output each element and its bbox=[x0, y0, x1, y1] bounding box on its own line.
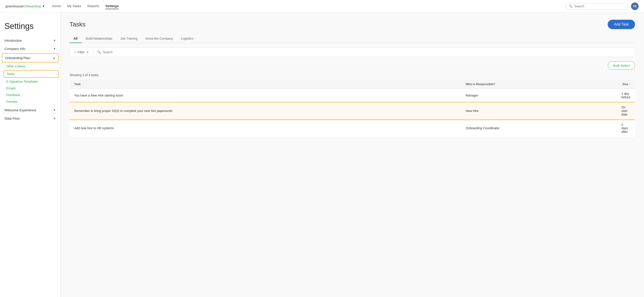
chevron-down-icon: ▼ bbox=[53, 47, 56, 50]
add-task-button[interactable]: Add Task bbox=[608, 20, 635, 29]
top-navigation: greenhouse Onboarding ▼ Home My Tasks Re… bbox=[0, 0, 644, 12]
sort-icon: ↑ bbox=[629, 83, 630, 86]
sidebar-item-company-info[interactable]: Company Info ▼ bbox=[0, 44, 60, 53]
sidebar-item-e-signature-templates[interactable]: E-Signature Templates bbox=[0, 78, 60, 85]
chevron-up-icon: ▲ bbox=[53, 56, 56, 60]
sidebar-item-tasks[interactable]: Tasks bbox=[4, 70, 58, 78]
responsible-cell: Manager bbox=[461, 89, 617, 102]
due-cell: On start date bbox=[617, 102, 635, 120]
nav-right: 🔍 YA bbox=[566, 2, 638, 10]
sidebar: Settings Introduction ▼ Company Info ▼ O… bbox=[0, 12, 60, 297]
responsible-cell: Onboarding Coordinator bbox=[461, 120, 617, 137]
filter-label: Filter bbox=[78, 50, 84, 54]
chevron-down-icon: ▼ bbox=[53, 39, 56, 42]
sidebar-item-company-info-label: Company Info bbox=[4, 47, 25, 51]
tasks-tabs: All Build Relationships Job Training Kno… bbox=[70, 34, 635, 43]
filter-search: 🔍 bbox=[94, 48, 635, 57]
sidebar-item-welcome-experience-label: Welcome Experience bbox=[4, 108, 36, 112]
logo-chevron-icon: ▼ bbox=[42, 5, 45, 8]
nav-home[interactable]: Home bbox=[52, 3, 61, 9]
page-title: Settings bbox=[0, 18, 60, 36]
sidebar-item-introduction[interactable]: Introduction ▼ bbox=[0, 36, 60, 44]
task-cell: Add new hire to HR systems bbox=[70, 120, 462, 137]
bulk-select-button[interactable]: Bulk Select bbox=[608, 61, 635, 70]
logo-greenhouse: greenhouse bbox=[6, 4, 23, 8]
search-icon: 🔍 bbox=[569, 4, 572, 8]
tab-build-relationships[interactable]: Build Relationships bbox=[82, 34, 116, 43]
tab-all[interactable]: All bbox=[70, 34, 82, 43]
sidebar-item-welcome-experience[interactable]: Welcome Experience ▼ bbox=[0, 106, 60, 114]
logo[interactable]: greenhouse Onboarding ▼ bbox=[6, 4, 45, 8]
sidebar-item-feedback[interactable]: Feedback bbox=[0, 92, 60, 98]
nav-links: Home My Tasks Reports Settings bbox=[52, 3, 566, 9]
col-task: Task bbox=[70, 80, 462, 89]
search-icon: 🔍 bbox=[97, 50, 101, 54]
main-content: Tasks Add Task All Build Relationships J… bbox=[60, 12, 644, 297]
sidebar-item-emails[interactable]: Emails bbox=[0, 85, 60, 92]
nav-settings[interactable]: Settings bbox=[106, 3, 118, 9]
col-responsible: Who is Responsible? bbox=[461, 80, 617, 89]
chevron-down-icon: ▼ bbox=[53, 109, 56, 112]
avatar[interactable]: YA bbox=[631, 2, 638, 10]
task-cell: You have a New Hire starting soon! bbox=[70, 89, 462, 102]
tab-logistics[interactable]: Logistics bbox=[177, 34, 197, 43]
sidebar-item-onboarding-plan-label: Onboarding Plan bbox=[5, 56, 30, 60]
sidebar-item-data-flow-label: Data Flow bbox=[4, 116, 20, 120]
due-cell: 2 days after bbox=[617, 120, 635, 137]
bulk-row: Bulk Select bbox=[70, 61, 635, 70]
due-cell: 1 day before bbox=[617, 89, 635, 102]
table-row[interactable]: Add new hire to HR systemsOnboarding Coo… bbox=[70, 120, 635, 137]
nav-my-tasks[interactable]: My Tasks bbox=[67, 3, 81, 9]
tasks-title: Tasks bbox=[70, 21, 86, 28]
filter-chevron-icon: ▼ bbox=[86, 51, 89, 53]
filter-button[interactable]: ▿ Filter ▼ bbox=[70, 48, 94, 57]
filter-search-input[interactable] bbox=[103, 50, 631, 54]
tasks-header: Tasks Add Task bbox=[70, 20, 635, 29]
filter-row: ▿ Filter ▼ 🔍 bbox=[70, 47, 635, 57]
sidebar-item-introduction-label: Introduction bbox=[4, 38, 22, 42]
col-due: Due ↑ bbox=[617, 80, 635, 89]
sidebar-subitems: Other Criteria Tasks E-Signature Templat… bbox=[0, 63, 60, 106]
responsible-cell: New Hire bbox=[461, 102, 617, 120]
tab-know-the-company[interactable]: Know the Company bbox=[142, 34, 177, 43]
sidebar-item-onboarding-plan[interactable]: Onboarding Plan ▲ bbox=[2, 53, 58, 62]
search-input[interactable] bbox=[574, 4, 625, 8]
sidebar-item-data-flow[interactable]: Data Flow ▼ bbox=[0, 114, 60, 122]
table-row[interactable]: You have a New Hire starting soon!Manage… bbox=[70, 89, 635, 102]
logo-onboarding: Onboarding bbox=[23, 4, 40, 8]
chevron-down-icon: ▼ bbox=[53, 117, 56, 120]
sidebar-item-preview[interactable]: Preview bbox=[0, 98, 60, 105]
task-cell: Remember to bring proper ID(S) to comple… bbox=[70, 102, 462, 120]
showing-count: Showing 3 of 3 tasks bbox=[70, 73, 635, 77]
page-layout: Settings Introduction ▼ Company Info ▼ O… bbox=[0, 12, 644, 297]
tab-job-training[interactable]: Job Training bbox=[116, 34, 142, 43]
table-row[interactable]: Remember to bring proper ID(S) to comple… bbox=[70, 102, 635, 120]
sidebar-item-other-criteria[interactable]: Other Criteria bbox=[0, 63, 60, 70]
filter-icon: ▿ bbox=[74, 50, 76, 54]
tasks-table: Task Who is Responsible? Due ↑ You have … bbox=[70, 79, 635, 137]
search-box[interactable]: 🔍 bbox=[566, 3, 628, 9]
nav-reports[interactable]: Reports bbox=[88, 3, 99, 9]
